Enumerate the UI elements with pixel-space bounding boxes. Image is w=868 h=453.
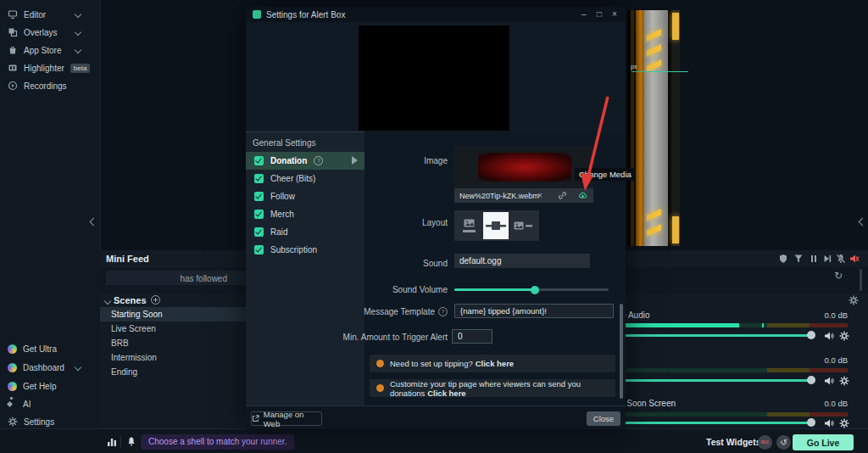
volume-slider[interactable] [595,379,812,382]
replay-buffer-button[interactable]: ↺ [776,435,791,450]
sidebar-item-label: Dashboard [23,363,64,372]
alert-image-preview[interactable] [454,146,593,188]
manage-on-web-button[interactable]: Manage on Web [251,411,322,426]
sound-volume-slider[interactable] [454,288,609,291]
promo-notification[interactable]: Choose a shell to match your runner. [141,434,294,450]
feed-event-row[interactable]: has followed [106,271,248,285]
volume-meter [595,368,848,372]
test-widgets-label[interactable]: Test Widgets [706,437,760,447]
notifications-bell-icon[interactable] [126,436,136,447]
refresh-icon[interactable]: ↻ [834,270,843,282]
bell-mute-icon[interactable] [836,254,846,264]
message-template-input[interactable] [454,304,614,318]
alert-type-subscription[interactable]: Subscription [246,241,364,259]
change-media-tooltip[interactable]: Change Media [575,168,636,181]
volume-slider[interactable] [595,334,812,337]
layout-label: Layout [246,218,448,227]
manage-on-web-label: Manage on Web [264,410,321,428]
audio-mute-icon[interactable] [849,254,860,264]
alert-type-cheer[interactable]: Cheer (Bits) [246,170,364,187]
checkbox-checked-icon[interactable] [254,174,264,183]
scene-label: Live Screen [111,324,156,333]
alert-type-follow[interactable]: Follow [246,187,364,205]
message-template-label-row: Message Template ? [246,307,448,316]
feed-scrollbar[interactable] [860,269,862,291]
get-ultra-icon [8,344,17,354]
close-button[interactable]: Close [587,411,620,426]
sidebar-item-label: Overlays [24,28,57,37]
stats-icon[interactable] [107,436,117,447]
minimize-button[interactable]: – [581,7,587,22]
collapse-panel-right-icon[interactable] [859,218,867,226]
volume-slider[interactable] [595,422,812,424]
min-amount-input[interactable] [452,329,492,344]
sidebar-item-label: Recordings [24,81,67,91]
volume-slider-handle[interactable] [807,418,815,427]
mixer-channel-db: 0.0 dB [797,355,848,365]
remove-media-icon[interactable]: × [537,191,542,200]
scene-label: Intermission [111,353,157,362]
notice-link[interactable]: Click here [427,389,465,398]
go-live-button[interactable]: Go Live [793,434,854,450]
notice-link[interactable]: Click here [476,359,514,368]
layout-option-image-over[interactable] [483,212,509,239]
add-scene-icon[interactable] [151,295,160,305]
sidebar-item-highlighter[interactable]: Highlighter beta [0,59,100,76]
media-link-icon[interactable] [558,191,567,200]
upload-media-cloud-icon[interactable] [578,191,587,200]
alert-type-label: Cheer (Bits) [270,174,315,183]
sidebar: Editor Overlays App Store Highlighter be… [0,0,101,428]
help-icon[interactable]: ? [438,307,448,316]
sidebar-item-ai[interactable]: AI [0,395,100,412]
modal-scrollbar[interactable] [620,304,623,399]
highlighter-icon [8,63,18,73]
sidebar-item-get-ultra[interactable]: Get Ultra [0,340,100,357]
info-dot-icon [376,360,384,367]
tip-page-notice[interactable]: Customize your tip page where viewers ca… [370,379,615,397]
tipping-setup-notice[interactable]: Need to set up tipping?Click here [370,355,615,372]
alert-preview-video [359,25,509,131]
channel-gear-icon[interactable] [839,331,849,341]
volume-meter [595,323,848,327]
scenes-title: Scenes [114,295,147,305]
volume-slider-handle[interactable] [807,376,815,384]
sidebar-item-label: Get Help [23,382,56,391]
speaker-icon[interactable] [824,418,834,428]
sidebar-item-settings[interactable]: Settings [0,413,100,430]
sidebar-item-recordings[interactable]: Recordings [0,77,100,94]
maximize-button[interactable]: □ [597,7,602,22]
layout-option-image-beside[interactable] [510,212,536,239]
volume-slider-handle[interactable] [807,331,815,339]
checkbox-checked-icon[interactable] [254,192,264,201]
sidebar-item-dashboard[interactable]: Dashboard [0,359,100,376]
sidebar-item-overlays[interactable]: Overlays [0,24,100,41]
layout-option-image-above[interactable] [456,212,481,239]
sound-volume-handle[interactable] [531,286,539,294]
alert-box-app-icon [253,10,261,19]
sidebar-item-label: Editor [24,10,46,20]
scene-label: Starting Soon [111,310,163,319]
app-store-icon [8,45,18,55]
pause-icon[interactable] [809,254,819,264]
sidebar-item-app-store[interactable]: App Store [0,42,100,59]
skip-to-end-icon[interactable] [822,254,832,264]
sidebar-item-editor[interactable]: Editor [0,6,100,23]
channel-gear-icon[interactable] [839,418,849,428]
sidebar-item-get-help[interactable]: Get Help [0,378,100,394]
shield-icon[interactable] [778,254,788,264]
speaker-icon[interactable] [824,331,834,341]
checkbox-checked-icon[interactable] [254,245,264,254]
channel-gear-icon[interactable] [839,376,849,386]
get-help-icon [8,382,17,391]
chevron-down-icon[interactable] [104,298,111,305]
checkbox-checked-icon[interactable] [254,227,264,237]
alert-type-label: Subscription [270,245,317,254]
modal-title: Settings for Alert Box [266,10,345,20]
filter-icon[interactable] [793,254,804,264]
close-window-button[interactable]: × [612,7,617,22]
record-button[interactable]: REC [758,435,772,450]
message-template-label: Message Template [364,307,435,316]
speaker-icon[interactable] [824,376,834,386]
sound-input[interactable] [454,254,590,268]
mixer-settings-gear-icon[interactable] [849,295,859,305]
